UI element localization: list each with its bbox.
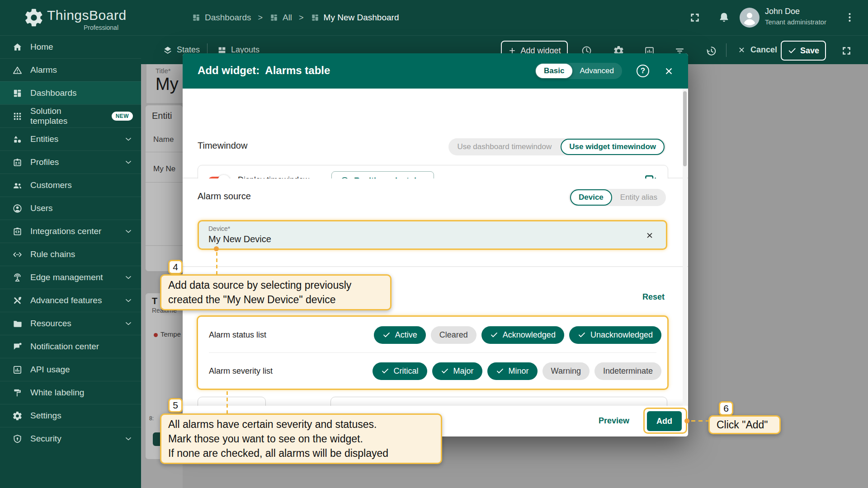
callout-line: All alarms have certain severity and sta… xyxy=(168,417,434,432)
fullscreen-icon[interactable] xyxy=(689,12,701,23)
sidebar-item-home[interactable]: Home xyxy=(0,35,141,58)
alarm-filters-highlight-box: Alarm status list Active Cleared Acknowl… xyxy=(197,315,669,390)
sidebar-item-customers[interactable]: Customers xyxy=(0,174,141,197)
tab-advanced[interactable]: Advanced xyxy=(572,64,621,78)
chip-label: Active xyxy=(395,330,417,340)
breadcrumb-dashboards[interactable]: Dashboards xyxy=(192,13,251,23)
breadcrumb-current-dashboard[interactable]: My New Dashboard xyxy=(311,13,399,23)
alarm-severity-chip-critical[interactable]: Critical xyxy=(373,362,427,380)
clear-device-icon[interactable] xyxy=(644,230,655,241)
sidebar-item-entities[interactable]: Entities xyxy=(0,127,141,150)
edge-icon xyxy=(12,272,23,283)
sidebar-item-integrations-center[interactable]: Integrations center xyxy=(0,220,141,243)
chevron-down-icon xyxy=(124,273,133,282)
entity-alias-option[interactable]: Entity alias xyxy=(613,190,665,205)
sidebar-item-notification-center[interactable]: Notification center xyxy=(0,335,141,358)
help-button[interactable]: ? xyxy=(637,65,649,77)
chip-label: Major xyxy=(453,366,474,376)
dialog-close-icon[interactable] xyxy=(663,65,675,77)
alarm-icon xyxy=(12,65,23,75)
timewindow-source-toggle: Use dashboard timewindow Use widget time… xyxy=(448,138,666,155)
device-field[interactable]: Device* My New Device xyxy=(198,220,667,250)
sidebar-item-alarms[interactable]: Alarms xyxy=(0,58,141,81)
user-name: John Doe xyxy=(765,7,800,16)
add-button-highlight-ring xyxy=(643,408,687,434)
toolbar-divider xyxy=(726,43,726,57)
tab-basic[interactable]: Basic xyxy=(536,64,572,78)
preview-button[interactable]: Preview xyxy=(599,416,629,426)
cancel-button[interactable]: Cancel xyxy=(737,36,777,64)
chip-label: Warning xyxy=(551,366,581,376)
sidebar-item-label: Advanced features xyxy=(30,296,102,305)
home-icon xyxy=(12,42,23,52)
device-field-label: Device* xyxy=(208,225,230,232)
chip-label: Critical xyxy=(394,366,419,376)
alarm-source-section: Alarm source Device Entity alias Device*… xyxy=(183,178,688,266)
settings-icon xyxy=(12,410,23,421)
step-4-callout: Add data source by selecting previously … xyxy=(160,274,392,310)
alarm-status-row: Alarm status list Active Cleared Acknowl… xyxy=(198,317,667,353)
title-field-label: Title* xyxy=(156,67,171,75)
alarm-severity-chip-major[interactable]: Major xyxy=(432,362,482,380)
user-role: Tenant administrator xyxy=(765,18,826,26)
avatar[interactable] xyxy=(740,8,760,28)
sidebar-item-white-labeling[interactable]: White labeling xyxy=(0,381,141,404)
notifications-bell-icon[interactable] xyxy=(718,11,730,23)
entities-row-cell: My Ne xyxy=(153,164,175,174)
sidebar-item-api-usage[interactable]: API usage xyxy=(0,358,141,381)
callout-line: Mark those you want to see on the widget… xyxy=(168,432,434,446)
step-4-badge: 4 xyxy=(168,260,183,274)
dashboard-icon xyxy=(192,13,201,22)
dashboard-icon xyxy=(269,13,278,22)
check-icon xyxy=(382,331,391,339)
sidebar-item-settings[interactable]: Settings xyxy=(0,404,141,427)
sidebar-item-rule-chains[interactable]: Rule chains xyxy=(0,243,141,266)
alarm-status-chip-unacknowledged[interactable]: Unacknowledged xyxy=(569,326,661,344)
new-badge: NEW xyxy=(112,112,133,121)
chip-label: Minor xyxy=(509,366,529,376)
use-widget-timewindow-option[interactable]: Use widget timewindow xyxy=(561,139,665,155)
logo-subtitle: Professional xyxy=(47,24,118,31)
save-button[interactable]: Save xyxy=(781,41,826,61)
users-icon xyxy=(12,203,23,214)
app-root: ThingsBoard Professional Dashboards > Al… xyxy=(0,0,868,488)
sidebar-item-label: API usage xyxy=(30,365,70,375)
version-history-icon[interactable] xyxy=(705,45,717,57)
sidebar-item-solution-templates[interactable]: Solution templates NEW xyxy=(0,104,141,127)
sidebar-item-label: Alarms xyxy=(30,65,57,75)
reset-link[interactable]: Reset xyxy=(642,292,665,302)
chip-label: Cleared xyxy=(439,330,468,340)
templates-icon xyxy=(12,111,23,122)
sidebar-item-profiles[interactable]: Profiles xyxy=(0,150,141,174)
alarm-source-section-title: Alarm source xyxy=(198,191,251,202)
dialog-scrollbar-thumb[interactable] xyxy=(683,91,687,166)
step-5-callout: All alarms have certain severity and sta… xyxy=(160,413,442,464)
alarm-status-chip-active[interactable]: Active xyxy=(374,326,426,344)
fullscreen-icon[interactable] xyxy=(841,45,852,56)
breadcrumb-all[interactable]: All xyxy=(269,13,292,23)
device-option[interactable]: Device xyxy=(570,189,612,206)
title-field-value: My xyxy=(156,75,179,94)
sidebar-item-security[interactable]: Security xyxy=(0,427,141,450)
advanced-features-icon xyxy=(12,295,23,306)
alarm-status-chip-acknowledged[interactable]: Acknowledged xyxy=(481,326,564,344)
sidebar-item-edge-management[interactable]: Edge management xyxy=(0,266,141,289)
alarm-status-chip-cleared[interactable]: Cleared xyxy=(431,326,476,344)
sidebar-item-label: Settings xyxy=(30,411,61,421)
sidebar-item-label: Rule chains xyxy=(30,249,75,259)
alarm-status-list-label: Alarm status list xyxy=(209,330,266,340)
alarm-severity-chip-minor[interactable]: Minor xyxy=(487,362,538,380)
sidebar: Home Alarms Dashboards Solution template… xyxy=(0,35,141,488)
alarm-severity-list-label: Alarm severity list xyxy=(209,366,273,376)
add-widget-dialog: Add widget: Alarms table Basic Advanced … xyxy=(183,53,688,436)
alarm-severity-chip-warning[interactable]: Warning xyxy=(542,362,590,380)
sidebar-item-resources[interactable]: Resources xyxy=(0,312,141,335)
top-bar: ThingsBoard Professional Dashboards > Al… xyxy=(0,0,868,35)
axis-tick-label: 8: xyxy=(149,415,154,422)
sidebar-item-dashboards[interactable]: Dashboards xyxy=(0,81,141,104)
use-dashboard-timewindow-option[interactable]: Use dashboard timewindow xyxy=(450,140,559,154)
sidebar-item-users[interactable]: Users xyxy=(0,197,141,220)
alarm-severity-chip-indeterminate[interactable]: Indeterminate xyxy=(594,362,661,380)
more-menu-icon[interactable] xyxy=(844,11,856,23)
sidebar-item-advanced-features[interactable]: Advanced features xyxy=(0,289,141,312)
